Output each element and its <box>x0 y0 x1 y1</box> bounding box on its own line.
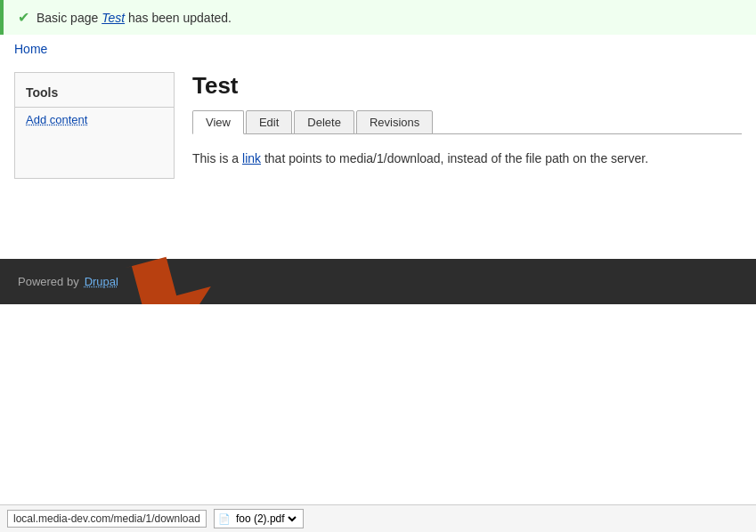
svg-marker-0 <box>107 250 223 304</box>
tabs: View Edit Delete Revisions <box>192 110 742 134</box>
check-icon: ✔ <box>18 9 29 26</box>
breadcrumb: Home <box>0 35 756 63</box>
success-text: Basic page Test has been updated. <box>37 11 232 25</box>
sidebar: Tools Add content <box>14 72 175 179</box>
powered-by-text: Powered by <box>18 275 79 288</box>
tab-edit[interactable]: Edit <box>246 110 292 134</box>
main-layout: Tools Add content Test View Edit Delete … <box>0 63 756 188</box>
page-body: This is a link that points to media/1/do… <box>192 149 742 168</box>
page-title: Test <box>192 72 742 100</box>
footer: Powered by Drupal <box>0 259 756 304</box>
sidebar-title: Tools <box>15 82 174 108</box>
arrow-decoration <box>107 250 223 304</box>
home-link[interactable]: Home <box>14 42 47 56</box>
success-page-link[interactable]: Test <box>102 11 125 25</box>
tab-revisions[interactable]: Revisions <box>356 110 433 134</box>
media-link[interactable]: link <box>242 151 261 165</box>
add-content-link[interactable]: Add content <box>15 108 174 132</box>
tab-view[interactable]: View <box>192 110 244 134</box>
content-area: Test View Edit Delete Revisions This is … <box>192 72 742 179</box>
success-message: ✔ Basic page Test has been updated. <box>0 0 756 35</box>
tab-delete[interactable]: Delete <box>294 110 354 134</box>
